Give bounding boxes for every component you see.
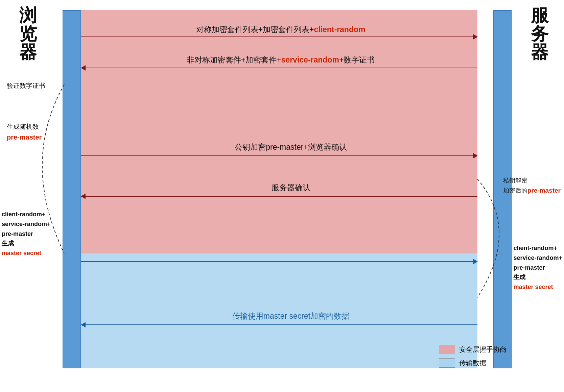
arrow-2 bbox=[81, 68, 477, 68]
verify-cert-note: 验证数字证书 bbox=[7, 81, 45, 91]
arrow-2-label: 非对称加密套件+加密套件+service-random+数字证书 bbox=[95, 55, 467, 65]
arrow-1 bbox=[81, 36, 477, 37]
legend-handshake-box bbox=[439, 345, 455, 354]
diagram: 浏览器 服务器 对称加密套件列表+加密套件列表+client-random 非对… bbox=[0, 0, 564, 392]
legend-data-box bbox=[439, 358, 455, 368]
arrow-3-label: 公钥加密pre-master+浏览器确认 bbox=[105, 142, 477, 152]
arrow-4 bbox=[81, 196, 477, 197]
arrow-1-label: 对称加密套件列表+加密套件列表+client-random bbox=[95, 24, 467, 35]
gen-premaster-note: 生成随机数pre-master bbox=[7, 122, 42, 143]
browser-label: 浏览器 bbox=[8, 6, 49, 62]
legend-data-label: 传输数据 bbox=[459, 359, 486, 368]
browser-bar bbox=[63, 10, 81, 368]
server-decrypt-note: 私钥解密加密后的pre-master bbox=[503, 176, 561, 196]
handshake-region bbox=[81, 10, 477, 253]
arrow-6 bbox=[81, 324, 477, 325]
legend-handshake-label: 安全层握手协商 bbox=[459, 345, 507, 354]
server-label: 服务器 bbox=[519, 6, 560, 62]
arrow-3 bbox=[81, 155, 477, 156]
right-combo-note: client-random+service-random+pre-master生… bbox=[513, 243, 562, 292]
legend-data: 传输数据 bbox=[439, 358, 507, 368]
arrow-4-label: 服务器确认 bbox=[105, 182, 477, 193]
left-combo-note: client-random+service-random+pre-master生… bbox=[2, 210, 51, 258]
legend: 安全层握手协商 传输数据 bbox=[439, 345, 507, 372]
arrow-5 bbox=[81, 261, 477, 262]
legend-handshake: 安全层握手协商 bbox=[439, 345, 507, 354]
arrow-6-label: 传输使用master secret加密的数据 bbox=[105, 311, 477, 321]
